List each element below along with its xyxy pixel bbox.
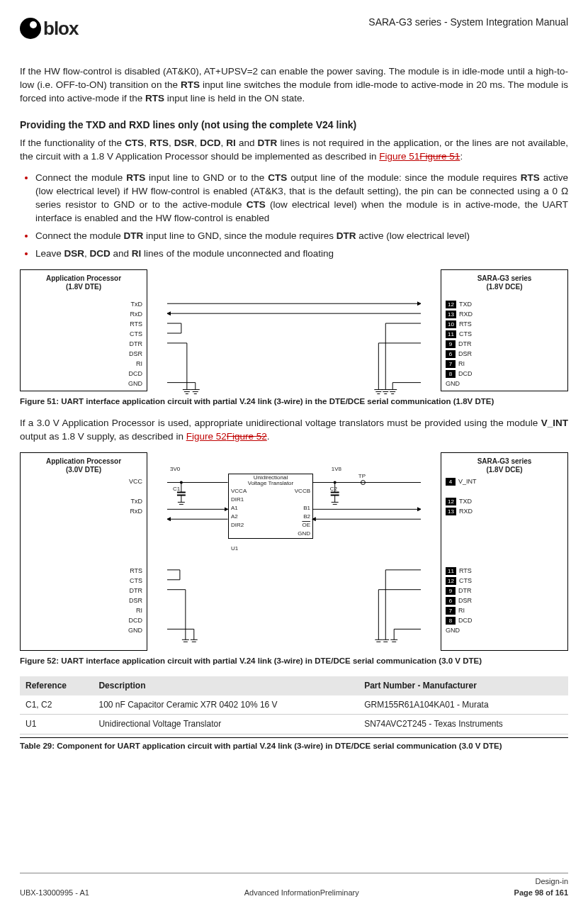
pin-label: CTS bbox=[128, 576, 142, 586]
pin-number: 12 bbox=[446, 498, 456, 505]
pin-label: TxD bbox=[128, 300, 142, 310]
pin-number: 11 bbox=[446, 330, 456, 338]
dsr-bold: DSR bbox=[174, 138, 195, 148]
pin-name: DSR bbox=[458, 350, 472, 359]
figure-52-link-old[interactable]: Figure 52 bbox=[227, 431, 267, 442]
text: Connect the module bbox=[35, 172, 126, 183]
pin-label: DCD bbox=[128, 616, 142, 626]
pin-label: DSR bbox=[128, 596, 142, 606]
footer-right-bottom: Page 98 of 161 bbox=[514, 888, 568, 898]
pin-label: 9DTR bbox=[446, 586, 473, 596]
pin-number: 11 bbox=[446, 567, 456, 575]
box-title: Application Processor (1.8V DTE) bbox=[28, 274, 140, 291]
figure-52-link[interactable]: Figure 52 bbox=[186, 431, 227, 442]
pin-number: 12 bbox=[446, 577, 456, 585]
box-title: Application Processor (3.0V DTE) bbox=[28, 457, 140, 474]
pin-label: GND bbox=[446, 626, 473, 636]
pin-label: 13RXD bbox=[446, 310, 473, 320]
text: series resistor to GND or to the active-… bbox=[35, 199, 247, 210]
page-footer: UBX-13000995 - A1 Advanced InformationPr… bbox=[20, 873, 568, 898]
text: output as 1.8 V supply, as described in bbox=[20, 431, 186, 442]
pin-label: TxD bbox=[129, 497, 142, 507]
pin-label: CTS bbox=[128, 330, 142, 340]
pin-label: 11CTS bbox=[446, 330, 473, 340]
pin-label: 13RXD bbox=[446, 507, 477, 517]
box-title: SARA-G3 series (1.8V DCE) bbox=[448, 457, 560, 474]
text: Connect the module bbox=[35, 230, 124, 241]
table-cell: 100 nF Capacitor Ceramic X7R 0402 10% 16… bbox=[93, 695, 358, 715]
pin-label: GND bbox=[128, 626, 142, 636]
text: output line of the module: since the mod… bbox=[287, 172, 520, 183]
pin-number: 9 bbox=[446, 587, 456, 595]
pin-name: CTS bbox=[459, 330, 472, 339]
section-heading: Providing the TXD and RXD lines only (no… bbox=[20, 118, 568, 133]
wire-area-52: 3V0 1V8 TP C1 C2 Unidirectional Voltage … bbox=[167, 452, 421, 651]
pin-label: RI bbox=[128, 606, 142, 616]
pin-number: 8 bbox=[446, 617, 456, 625]
dtr-bold: DTR bbox=[258, 138, 278, 148]
text: input line is held in the ON state. bbox=[164, 93, 305, 104]
table-cell: SN74AVC2T245 - Texas Instruments bbox=[358, 715, 568, 734]
text: , bbox=[84, 248, 90, 259]
paragraph-upsv: If the HW flow-control is disabled (AT&K… bbox=[20, 65, 568, 106]
bullet-rts: Connect the module RTS input line to GND… bbox=[35, 172, 568, 225]
figure-52: Application Processor (3.0V DTE) VCCTxDR… bbox=[20, 452, 568, 666]
pin-number: 6 bbox=[446, 597, 456, 605]
pin-label: 7RI bbox=[446, 606, 473, 616]
pin-label: 11RTS bbox=[446, 566, 473, 576]
pin-label: 12CTS bbox=[446, 576, 473, 586]
ri-bold: RI bbox=[132, 248, 142, 259]
rts-bold: RTS bbox=[126, 172, 145, 183]
figure-51-link[interactable]: Figure 51 bbox=[379, 151, 419, 162]
text: input line to GND, since the module requ… bbox=[143, 230, 336, 241]
pin-number: 12 bbox=[446, 301, 456, 308]
pin-label: RTS bbox=[128, 320, 142, 330]
bullet-dtr: Connect the module DTR input line to GND… bbox=[35, 230, 568, 243]
doc-title: SARA-G3 series - System Integration Manu… bbox=[368, 16, 568, 30]
rts-bold: RTS bbox=[181, 79, 200, 90]
wiring-svg-52 bbox=[167, 452, 421, 651]
pin-number: 9 bbox=[446, 340, 456, 348]
figure-51-link-old[interactable]: Figure 51 bbox=[419, 151, 460, 162]
pin-label: DTR bbox=[128, 340, 142, 350]
pin-label: 6DSR bbox=[446, 596, 473, 606]
text: active (low electrical level) bbox=[356, 230, 470, 241]
pin-label: 6DSR bbox=[446, 350, 473, 359]
pin-label: DCD bbox=[128, 369, 142, 379]
pin-name: DCD bbox=[458, 616, 473, 625]
components-table: ReferenceDescriptionPart Number - Manufa… bbox=[20, 676, 568, 734]
cts-bold: CTS bbox=[247, 199, 266, 210]
app-processor-box: Application Processor (1.8V DTE) TxDRxDR… bbox=[20, 269, 147, 391]
pin-label: DTR bbox=[128, 586, 142, 596]
app-processor-box-3v: Application Processor (3.0V DTE) VCCTxDR… bbox=[20, 452, 147, 651]
table-cell: Unidirectional Voltage Translator bbox=[93, 715, 358, 734]
pin-label: RI bbox=[128, 359, 142, 369]
logo-disc-icon bbox=[20, 18, 41, 39]
pin-name: GND bbox=[446, 626, 460, 635]
paragraph-lines: If the functionality of the CTS, RTS, DS… bbox=[20, 137, 568, 164]
text: lines of the module unconnected and floa… bbox=[141, 248, 334, 259]
cts-bold: CTS bbox=[125, 138, 144, 148]
dtr-bold: DTR bbox=[124, 230, 144, 241]
vint-bold: V_INT bbox=[541, 418, 568, 428]
footer-center: Advanced InformationPreliminary bbox=[89, 888, 514, 898]
page-header: blox SARA-G3 series - System Integration… bbox=[20, 16, 568, 41]
text: If a 3.0 V Application Processor is used… bbox=[20, 418, 541, 428]
pin-name: RI bbox=[458, 359, 465, 369]
pin-number: 13 bbox=[446, 311, 456, 318]
footer-left: UBX-13000995 - A1 bbox=[20, 888, 89, 898]
text: : bbox=[460, 151, 463, 162]
pin-label: DSR bbox=[128, 350, 142, 359]
wiring-svg bbox=[167, 269, 421, 397]
pin-name: RXD bbox=[459, 310, 473, 319]
dcd-bold: DCD bbox=[200, 138, 220, 148]
pin-name: V_INT bbox=[458, 477, 477, 486]
pin-label bbox=[446, 487, 477, 497]
figure-51: Application Processor (1.8V DTE) TxDRxDR… bbox=[20, 269, 568, 407]
pin-label: VCC bbox=[129, 477, 142, 487]
pin-label: GND bbox=[446, 379, 473, 389]
pin-name: GND bbox=[446, 379, 460, 389]
pin-number: 4 bbox=[446, 478, 456, 486]
pin-name: TXD bbox=[459, 497, 472, 506]
bullet-leave: Leave DSR, DCD and RI lines of the modul… bbox=[35, 247, 568, 261]
